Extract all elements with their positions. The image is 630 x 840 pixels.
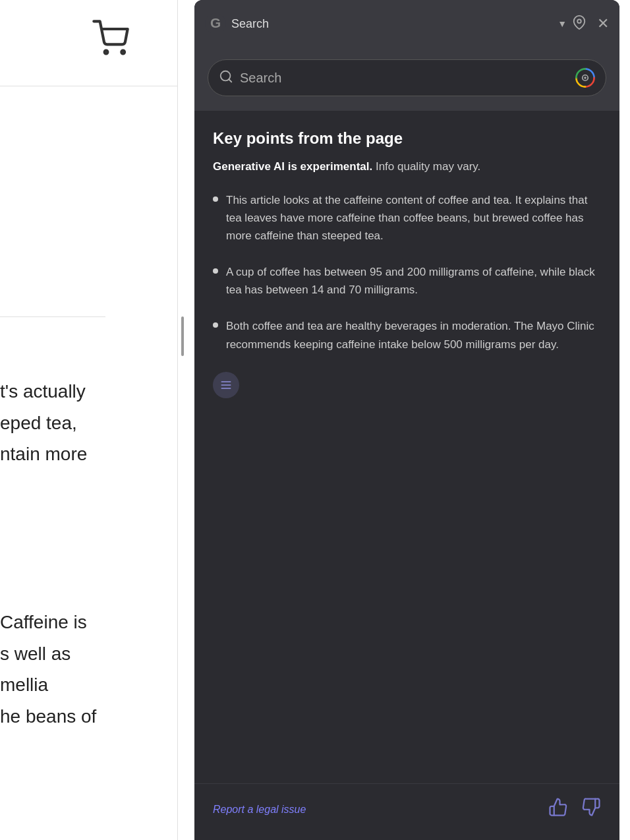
feedback-icons [548,797,601,822]
topbar: G Search ▼ ✕ [194,0,619,47]
divider-top [0,86,178,86]
bullet-dot [213,268,218,274]
background-text-top: t's actually eped tea, ntain more [0,376,87,470]
bullet-dot [213,196,218,202]
bullet-dot [213,322,218,328]
list-item: A cup of coffee has between 95 and 200 m… [213,263,601,299]
svg-point-4 [577,19,581,23]
svg-point-1 [121,51,125,54]
resize-handle[interactable] [181,316,184,356]
google-lens-icon[interactable] [574,67,596,89]
ai-disclaimer: Generative AI is experimental. Info qual… [213,158,601,175]
content-area: Key points from the page Generative AI i… [194,111,619,783]
svg-point-0 [105,51,108,54]
search-input[interactable]: Search [240,71,574,86]
list-item: This article looks at the caffeine conte… [213,191,601,245]
bullet-list: This article looks at the caffeine conte… [213,191,601,353]
svg-line-6 [229,79,231,82]
pin-icon[interactable] [572,15,587,33]
legal-issue-link[interactable]: Report a legal issue [213,804,306,816]
section-title: Key points from the page [213,129,601,148]
topbar-title: Search [231,17,550,31]
svg-point-9 [584,76,586,78]
google-logo: G [205,13,226,34]
background-text-bottom: Caffeine is s well as mellia he beans of [0,607,96,732]
thumbs-down-button[interactable] [581,797,601,822]
google-search-panel: G Search ▼ ✕ Search [194,0,619,840]
dropdown-arrow-icon[interactable]: ▼ [558,18,567,29]
divider-mid [0,316,105,317]
list-item: Both coffee and tea are healthy beverage… [213,317,601,353]
search-box[interactable]: Search [208,59,606,96]
search-area: Search [194,47,619,111]
search-icon [219,69,233,87]
footer: Report a legal issue [194,783,619,840]
svg-text:G: G [210,15,221,30]
thumbs-up-button[interactable] [548,797,568,822]
more-list-button[interactable] [213,372,239,398]
close-button[interactable]: ✕ [597,15,609,32]
cart-icon [92,20,129,64]
